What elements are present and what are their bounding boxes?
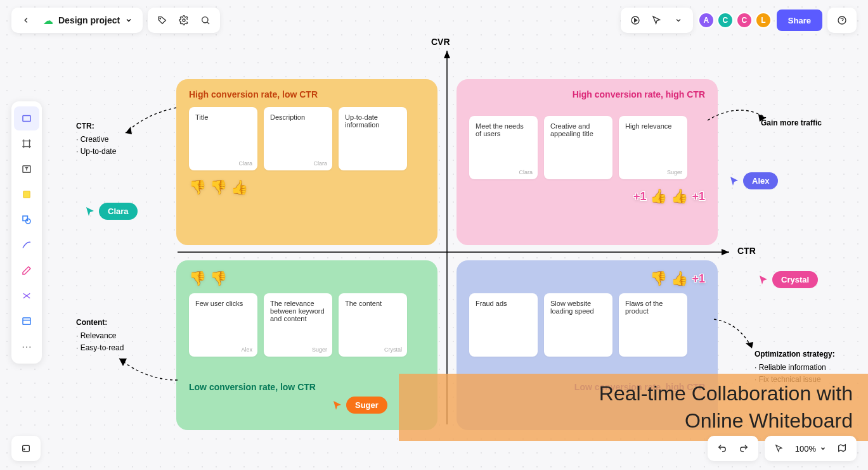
select-tool[interactable] [14,106,39,130]
minimap-button[interactable] [831,438,853,459]
template-tool[interactable] [14,309,39,333]
presence-avatars: A C C L [698,12,772,29]
annotation-content[interactable]: Content: · Relevance · Easy-to-read [76,317,124,355]
svg-rect-23 [23,216,28,221]
plus-one-icon[interactable]: +1 [692,272,705,286]
undo-button[interactable] [711,438,733,459]
tool-palette: ⋯ [11,101,42,364]
svg-rect-22 [23,191,30,198]
svg-marker-1 [444,51,450,58]
sticky-tool[interactable] [14,182,39,206]
svg-rect-16 [23,116,30,122]
present-button[interactable] [625,10,646,31]
thumbs-down-icon[interactable]: 👎 [189,179,206,196]
sticky-note[interactable]: DescriptionClara [264,107,332,170]
y-axis-label: CVR [431,37,450,47]
sticky-note[interactable]: High relevanceSuger [619,116,687,179]
avatar[interactable]: A [698,12,715,29]
mindmap-tool[interactable] [14,284,39,308]
help-button[interactable] [831,10,853,31]
redo-button[interactable] [733,438,755,459]
project-selector[interactable]: ☁ Design project [37,15,139,27]
sticky-note[interactable]: Up-to-date information [339,107,407,170]
search-button[interactable] [195,10,216,31]
quadrant-top-left[interactable]: High conversion rate, low CTR TitleClara… [176,79,437,245]
annotation-ctr[interactable]: CTR: · Creative · Up-to-date [76,120,116,158]
thumbs-down-icon[interactable]: 👎 [650,270,667,287]
sticky-note[interactable]: Creative and appealing title [544,116,612,179]
user-cursor-alex: Alex [729,172,778,189]
thumbs-down-icon[interactable]: 👎 [189,270,206,287]
svg-line-11 [207,22,209,24]
thumbs-up-icon[interactable]: 👍 [671,270,688,287]
svg-rect-27 [23,445,30,451]
thumbs-down-icon[interactable]: 👎 [210,179,227,196]
user-cursor-clara: Clara [85,203,138,220]
quadrant-top-right[interactable]: High conversion rate, high CTR Meet the … [457,79,718,245]
tag-button[interactable] [152,10,173,31]
reaction-row: 👎 👎 👍 [189,179,425,196]
user-cursor-suger: Suger [332,397,387,414]
thumbs-down-icon[interactable]: 👎 [210,270,227,287]
svg-point-8 [160,18,160,19]
sticky-note[interactable]: Flaws of the product [619,293,687,357]
user-cursor-crystal: Crystal [758,271,818,288]
sticky-note[interactable]: Fraud ads [469,293,538,357]
svg-point-9 [183,19,185,22]
frame-tool[interactable] [14,132,39,156]
back-button[interactable] [15,10,37,31]
svg-marker-7 [746,342,753,348]
more-tools[interactable]: ⋯ [14,334,39,359]
plus-one-icon[interactable]: +1 [633,190,647,203]
annotation-gain[interactable]: Gain more traffic [761,117,822,129]
share-button[interactable]: Share [777,10,822,31]
thumbs-up-icon[interactable]: 👍 [231,179,248,196]
plus-one-icon[interactable]: +1 [692,190,705,203]
chevron-down-icon [125,16,133,24]
thumbs-up-icon[interactable]: 👍 [650,188,667,205]
chevron-down-icon [820,445,826,452]
sticky-note[interactable]: Meet the needs of usersClara [469,116,538,179]
layers-button[interactable] [15,438,37,459]
reaction-row: 👎 👎 [189,270,425,287]
top-bar: ☁ Design project A C C L Share [11,8,857,33]
sticky-note[interactable]: Slow website loading speed [544,293,612,357]
svg-point-28 [24,449,25,450]
avatar[interactable]: C [717,12,734,29]
sticky-note[interactable]: The contentCrystal [339,293,407,357]
avatar[interactable]: C [736,12,753,29]
thumbs-up-icon[interactable]: 👍 [671,188,688,205]
promo-overlay: Real-time Collaboration with Online Whit… [399,374,868,441]
svg-point-10 [202,17,208,23]
svg-marker-6 [119,359,127,366]
cursor-share-button[interactable] [646,10,668,31]
cloud-icon: ☁ [43,15,53,27]
pen-tool[interactable] [14,258,39,283]
sticky-note[interactable]: Few user clicksAlex [189,293,257,357]
svg-marker-13 [635,18,637,22]
svg-marker-4 [126,127,132,134]
zoom-control[interactable]: 100% [790,444,831,454]
text-tool[interactable] [14,157,39,181]
svg-marker-3 [722,249,729,255]
settings-button[interactable] [173,10,195,31]
shape-tool[interactable] [14,208,39,232]
pointer-mode-button[interactable] [768,438,790,459]
quadrant-title: High conversion rate, high CTR [469,89,705,99]
quadrant-title: Low conversion rate, low CTR [189,382,425,392]
more-options-button[interactable] [668,10,689,31]
sticky-note[interactable]: The relevance between keyword and conten… [264,293,332,357]
sticky-note[interactable]: TitleClara [189,107,257,170]
quadrant-title: High conversion rate, low CTR [189,89,425,99]
svg-rect-25 [23,318,30,325]
connector-tool[interactable] [14,233,39,257]
reaction-row: +1 👍 👍 +1 [469,188,705,205]
whiteboard-canvas[interactable]: CVR CTR High conversion rate, low CTR Ti… [0,0,868,470]
reaction-row: 👎 👍 +1 [469,270,705,287]
x-axis-label: CTR [737,246,756,256]
avatar[interactable]: L [755,12,772,29]
